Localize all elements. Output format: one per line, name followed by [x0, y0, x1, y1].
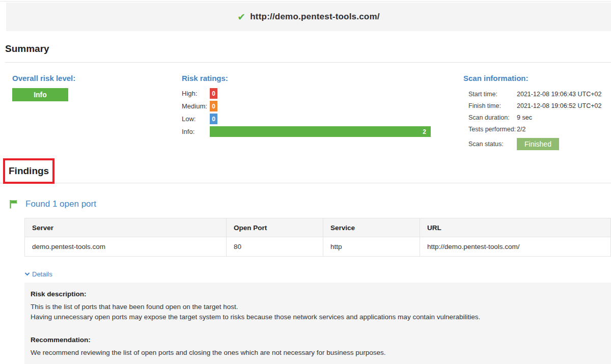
- details-label: Details: [32, 270, 52, 278]
- risk-row-low: Low: 0: [182, 114, 431, 124]
- risk-row-label: High:: [182, 90, 210, 97]
- check-icon: ✔: [237, 12, 245, 22]
- scan-info-value: 2/2: [517, 126, 525, 133]
- open-ports-table: Server Open Port Service URL demo.pentes…: [24, 218, 611, 257]
- annotation-red-box: Findings: [3, 158, 54, 184]
- recommendation-heading: Recommendation:: [31, 336, 605, 344]
- scan-info-key: Finish time:: [468, 102, 517, 109]
- target-header-bar: ✔ http://demo.pentest-tools.com/: [6, 3, 611, 31]
- risk-description-line: Having unnecessary open ports may expose…: [31, 312, 605, 322]
- scan-info-row-status: Scan status: Finished: [468, 136, 601, 151]
- risk-ratings-label: Risk ratings:: [182, 74, 431, 82]
- flag-icon: [9, 200, 18, 209]
- target-url: http://demo.pentest-tools.com/: [250, 12, 379, 22]
- scan-info-key: Scan duration:: [468, 114, 517, 121]
- summary-title: Summary: [5, 43, 611, 54]
- column-header-url: URL: [420, 218, 611, 237]
- risk-row-label: Low:: [182, 115, 210, 123]
- risk-row-medium: Medium: 0: [182, 101, 431, 111]
- table-row: demo.pentest-tools.com 80 http http://de…: [25, 237, 611, 257]
- risk-ratings-column: Risk ratings: High: 0 Medium: 0 Low: 0 I…: [182, 74, 431, 139]
- scan-info-value: 2021-12-08 19:06:52 UTC+02: [517, 102, 601, 109]
- scan-info-value: 2021-12-08 19:06:43 UTC+02: [517, 91, 601, 98]
- details-toggle[interactable]: Details: [24, 270, 611, 278]
- table-header-row: Server Open Port Service URL: [25, 218, 611, 237]
- scan-info-key: Start time:: [468, 91, 517, 98]
- column-header-open-port: Open Port: [227, 218, 323, 237]
- scan-info-row-duration: Scan duration: 9 sec: [468, 111, 601, 123]
- overall-risk-label: Overall risk level:: [12, 74, 75, 82]
- risk-row-label: Info:: [182, 128, 210, 135]
- summary-section-header: Summary: [5, 43, 611, 63]
- scan-info-row-start: Start time: 2021-12-08 19:06:43 UTC+02: [468, 88, 601, 100]
- scan-info-row-tests: Tests performed: 2/2: [468, 123, 601, 135]
- risk-row-label: Medium:: [182, 102, 210, 110]
- risk-description-heading: Risk description:: [31, 290, 605, 298]
- scan-info-row-finish: Finish time: 2021-12-08 19:06:52 UTC+02: [468, 100, 601, 111]
- finding-title: Found 1 open port: [25, 199, 96, 209]
- cell-service: http: [323, 237, 420, 257]
- scan-info-column: Scan information: Start time: 2021-12-08…: [463, 74, 601, 151]
- scan-info-label: Scan information:: [463, 74, 601, 82]
- high-count-bar: 0: [210, 88, 217, 99]
- risk-row-high: High: 0: [182, 88, 431, 99]
- risk-description-line: This is the list of ports that have been…: [31, 302, 605, 312]
- finding-details-panel: Risk description: This is the list of po…: [24, 283, 611, 364]
- recommendation-text: We recommend reviewing the list of open …: [31, 348, 605, 358]
- overall-risk-column: Overall risk level: Info: [12, 74, 75, 101]
- findings-section-header: Findings: [0, 158, 611, 183]
- finding-heading-row: Found 1 open port: [9, 199, 611, 209]
- column-header-server: Server: [25, 218, 227, 237]
- cell-server: demo.pentest-tools.com: [25, 237, 227, 257]
- overall-risk-badge: Info: [12, 88, 68, 101]
- chevron-down-icon: [24, 271, 30, 277]
- low-count-bar: 0: [210, 114, 217, 124]
- cell-url: http://demo.pentest-tools.com/: [420, 237, 611, 257]
- risk-row-info: Info: 2: [182, 126, 431, 137]
- findings-title: Findings: [9, 165, 49, 177]
- top-divider: [0, 0, 611, 2]
- column-header-service: Service: [323, 218, 420, 237]
- scan-info-key: Scan status:: [468, 141, 517, 148]
- info-count-bar: 2: [210, 126, 431, 137]
- scan-info-value: 9 sec: [517, 114, 532, 121]
- summary-columns: Overall risk level: Info Risk ratings: H…: [0, 74, 611, 151]
- medium-count-bar: 0: [210, 101, 217, 111]
- scan-status-badge: Finished: [517, 138, 559, 150]
- cell-open-port: 80: [227, 237, 323, 257]
- scan-info-key: Tests performed:: [468, 126, 517, 133]
